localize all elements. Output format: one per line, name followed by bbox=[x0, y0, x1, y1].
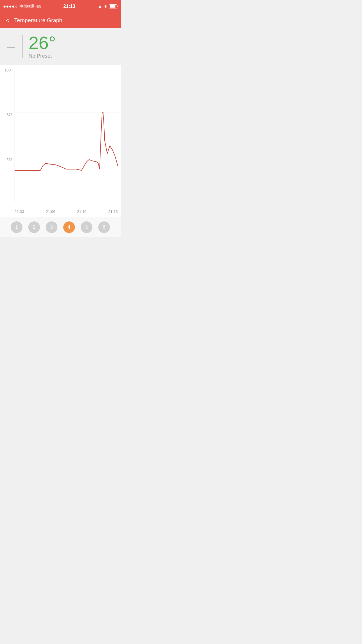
tab-5[interactable]: 5 bbox=[81, 221, 92, 233]
preset-label: No Preset bbox=[29, 53, 56, 59]
bluetooth-icon: ✱ bbox=[104, 4, 107, 9]
dot-2 bbox=[6, 6, 8, 8]
header: < Temperature Graph bbox=[0, 13, 121, 28]
dot-4 bbox=[12, 6, 14, 8]
status-left: 中国联通 4G bbox=[3, 4, 41, 9]
tab-4[interactable]: 4 bbox=[63, 221, 75, 233]
network-label: 4G bbox=[36, 4, 41, 9]
page-title: Temperature Graph bbox=[14, 17, 62, 24]
y-axis: 100° 67° 33° bbox=[0, 68, 15, 202]
info-panel: — 26° No Preset bbox=[0, 28, 121, 65]
battery-fill bbox=[110, 5, 115, 8]
temp-line bbox=[15, 112, 118, 170]
battery-icon bbox=[109, 4, 117, 8]
x-label-2: 21:06 bbox=[46, 209, 55, 214]
x-label-4: 21:13 bbox=[108, 209, 118, 214]
x-label-3: 21:10 bbox=[77, 209, 87, 214]
info-divider bbox=[22, 35, 23, 58]
tab-1[interactable]: 1 bbox=[11, 221, 22, 233]
dot-3 bbox=[9, 6, 11, 8]
tab-3[interactable]: 3 bbox=[46, 221, 57, 233]
status-right: ⏰ ✱ bbox=[98, 4, 117, 9]
signal-dots bbox=[3, 6, 17, 8]
x-label-1: 21:03 bbox=[15, 209, 24, 214]
y-label-low: 33° bbox=[6, 158, 12, 162]
dot-5 bbox=[15, 6, 17, 8]
dash-indicator: — bbox=[7, 42, 15, 51]
dot-1 bbox=[3, 6, 6, 8]
temperature-chart-svg bbox=[15, 68, 118, 202]
x-axis: 21:03 21:06 21:10 21:13 bbox=[15, 209, 118, 214]
temperature-info: 26° No Preset bbox=[29, 34, 56, 59]
bottom-tabs: 1 2 3 4 5 6 bbox=[0, 217, 121, 237]
chart-container: 100° 67° 33° 21:03 21:06 21:10 21:13 bbox=[0, 65, 121, 217]
tab-2[interactable]: 2 bbox=[28, 221, 40, 233]
y-label-mid: 67° bbox=[6, 113, 12, 117]
temperature-value: 26° bbox=[29, 34, 56, 52]
time-label: 21:13 bbox=[63, 4, 75, 9]
y-label-top: 100° bbox=[4, 68, 12, 72]
tab-6[interactable]: 6 bbox=[98, 221, 110, 233]
alarm-icon: ⏰ bbox=[98, 4, 102, 9]
carrier-label: 中国联通 bbox=[20, 4, 35, 9]
status-bar: 中国联通 4G 21:13 ⏰ ✱ bbox=[0, 0, 121, 13]
back-button[interactable]: < bbox=[5, 15, 11, 25]
